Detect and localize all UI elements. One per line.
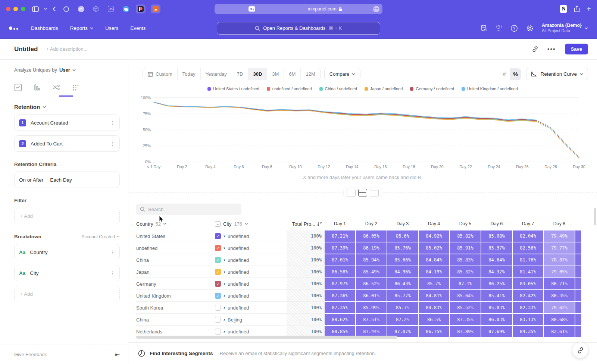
day-column-header[interactable]: Day 6: [481, 221, 512, 226]
retention-cell[interactable]: 86.19%: [356, 242, 387, 254]
range-button-7d[interactable]: 7D: [232, 68, 249, 80]
retention-cell[interactable]: 86.75%: [419, 326, 449, 337]
day-column-header[interactable]: Day 5: [450, 221, 481, 226]
expand-row-icon[interactable]: ›: [224, 257, 225, 263]
add-description[interactable]: + Add description...: [46, 46, 87, 52]
retention-cell[interactable]: 82.61%: [544, 326, 575, 337]
nav-item-reports[interactable]: Reports: [70, 25, 93, 31]
workspace-switcher[interactable]: Amazonia {Demo} All Project Data: [542, 23, 588, 34]
country-cell[interactable]: South Korea: [136, 302, 215, 314]
range-button-12m[interactable]: 12M: [301, 68, 320, 80]
retention-cell[interactable]: 81.41%: [513, 266, 543, 277]
retention-cell[interactable]: 86.03%: [481, 314, 512, 325]
retention-cell[interactable]: 85.76%: [387, 242, 418, 254]
kebab-menu-icon[interactable]: ⋮: [110, 143, 115, 145]
city-cell[interactable]: ✓›undefined: [215, 278, 287, 290]
retention-cell[interactable]: 87.39%: [325, 242, 355, 254]
expand-row-icon[interactable]: ›: [224, 305, 225, 310]
day-column-header[interactable]: Day 7: [513, 221, 543, 226]
retention-cell[interactable]: 84.64%: [481, 254, 512, 266]
retention-cell[interactable]: 80.35%: [544, 290, 575, 301]
layout-split-button[interactable]: [358, 189, 367, 197]
retention-cell[interactable]: 79.05%: [544, 266, 575, 277]
day-column-header[interactable]: Day 1: [325, 221, 355, 226]
city-column-header[interactable]: – City 176: [215, 221, 287, 227]
horizontal-scrollbar[interactable]: [136, 336, 397, 339]
share-icon[interactable]: [574, 6, 580, 12]
legend-item[interactable]: United States / undefined: [207, 87, 259, 91]
city-cell[interactable]: ›undefined: [215, 302, 287, 314]
retention-cell[interactable]: 83.05%: [513, 278, 543, 289]
segments-title[interactable]: Find Interesting Segments: [150, 351, 213, 356]
retention-cell[interactable]: 87.97%: [325, 278, 355, 289]
table-row[interactable]: United Kingdom ✓›undefined 100% 87.36%86…: [136, 290, 593, 302]
country-cell[interactable]: undefined: [136, 242, 215, 254]
add-breakdown-button[interactable]: + Add: [14, 286, 120, 302]
row-checkbox[interactable]: ✓: [215, 269, 221, 275]
row-checkbox[interactable]: ✓: [215, 293, 221, 299]
tab-retention[interactable]: [72, 84, 80, 91]
retention-cell[interactable]: 84.32%: [481, 266, 512, 277]
retention-cell[interactable]: 84.84%: [419, 254, 449, 266]
retention-cell[interactable]: 80.71%: [544, 278, 575, 289]
country-cell[interactable]: United States: [136, 230, 215, 242]
day-column-header[interactable]: Day 8: [544, 221, 575, 226]
breakdown-property[interactable]: City: [30, 270, 38, 276]
table-row[interactable]: China ›Beijing 100% 88.62%87.51%87.2%86.…: [136, 314, 593, 326]
retention-cell[interactable]: 87.2%: [387, 314, 418, 325]
select-all-checkbox[interactable]: –: [215, 221, 221, 227]
retention-cell[interactable]: 85.6%: [387, 230, 418, 242]
city-cell[interactable]: ✓›undefined: [215, 266, 287, 278]
country-cell[interactable]: China: [136, 254, 215, 266]
country-cell[interactable]: China: [136, 314, 215, 326]
save-button[interactable]: Save: [565, 44, 588, 54]
row-checkbox[interactable]: [215, 305, 221, 311]
tab-icon-m[interactable]: m: [76, 4, 86, 13]
criteria-card[interactable]: On or After Each Day: [14, 172, 120, 188]
url-options-icon[interactable]: •••: [373, 6, 379, 12]
give-feedback-link[interactable]: Give Feedback: [14, 352, 47, 357]
kebab-menu-icon[interactable]: ⋮: [110, 272, 115, 274]
retention-cell[interactable]: 82.33%: [513, 302, 543, 313]
breakdown-card-country[interactable]: Aa Country ⋮: [14, 244, 120, 260]
breakdown-card-city[interactable]: Aa City ⋮: [14, 265, 120, 281]
city-cell[interactable]: ✓›undefined: [215, 290, 287, 302]
retention-cell[interactable]: 85.32%: [450, 266, 481, 277]
row-checkbox[interactable]: [215, 329, 221, 335]
retention-cell[interactable]: 88.62%: [325, 314, 355, 325]
retention-cell[interactable]: 87.21%: [325, 230, 355, 242]
retention-cell[interactable]: 86.01%: [356, 290, 387, 301]
expand-row-icon[interactable]: ›: [224, 281, 225, 286]
help-icon[interactable]: ?: [510, 25, 518, 32]
legend-item[interactable]: United Kingdom / undefined: [462, 87, 518, 91]
window-controls[interactable]: [6, 7, 25, 11]
retention-cell[interactable]: 85.99%: [356, 302, 387, 313]
retention-cell[interactable]: 85.08%: [481, 230, 512, 242]
retention-cell[interactable]: 87.01%: [325, 254, 355, 266]
range-button-6m[interactable]: 6M: [284, 68, 301, 80]
table-row[interactable]: China ✓›undefined 100% 87.01%85.94%85.66…: [136, 254, 593, 266]
row-checkbox[interactable]: ✓: [215, 233, 221, 239]
retention-cell[interactable]: 79.49%: [544, 230, 575, 242]
retention-cell[interactable]: 84.19%: [419, 266, 449, 277]
expand-row-icon[interactable]: ›: [224, 329, 225, 334]
retention-cell[interactable]: 86.52%: [356, 278, 387, 289]
retention-cell[interactable]: 85.02%: [419, 242, 449, 254]
retention-cell[interactable]: 85.91%: [450, 242, 481, 254]
tab-icon-ring[interactable]: [61, 4, 71, 13]
minimize-window-button[interactable]: [13, 7, 18, 11]
tab-icon-patreon[interactable]: [136, 4, 146, 13]
retention-cell[interactable]: 85.49%: [356, 266, 387, 277]
tab-icon-bird[interactable]: [121, 4, 131, 13]
legend-item[interactable]: China / undefined: [319, 87, 357, 91]
row-checkbox[interactable]: [215, 317, 221, 323]
copy-link-icon[interactable]: [532, 46, 538, 53]
retention-cell[interactable]: 85.64%: [450, 290, 481, 301]
range-button-3m[interactable]: 3M: [267, 68, 284, 80]
total-column-header[interactable]: Total Pro...: [287, 221, 325, 227]
back-icon[interactable]: [53, 6, 56, 12]
chevron-down-icon[interactable]: [44, 8, 47, 10]
retention-cell[interactable]: 87.1%: [450, 278, 481, 289]
retention-cell[interactable]: 85.82%: [450, 230, 481, 242]
breakdown-event-selector[interactable]: Account Created: [82, 234, 120, 239]
